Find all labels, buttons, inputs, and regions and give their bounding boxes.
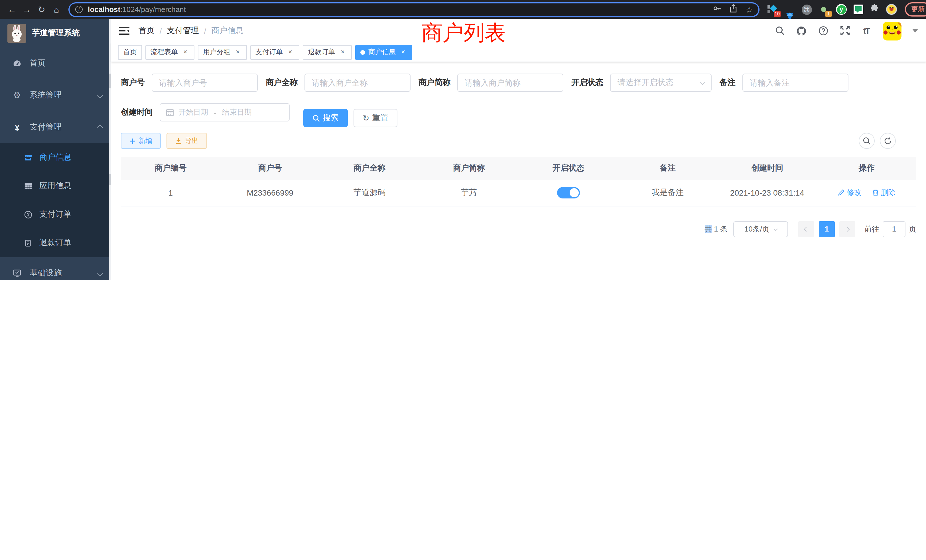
- sidebar-item-label: 基础设施: [30, 268, 62, 278]
- reset-button[interactable]: ↻重置: [354, 109, 397, 127]
- prev-page-button[interactable]: [798, 221, 814, 237]
- github-icon[interactable]: [796, 26, 807, 36]
- sidebar-item-pay[interactable]: ¥ 支付管理: [0, 111, 111, 143]
- sidebar-item-app-info[interactable]: 应用信息: [0, 172, 111, 200]
- sidebar-item-label: 支付管理: [30, 122, 62, 132]
- sidebar-item-system[interactable]: ⚙ 系统管理: [0, 79, 111, 111]
- filter-label-full-name: 商户全称: [266, 77, 298, 88]
- date-separator: -: [214, 108, 216, 117]
- page-size-select[interactable]: 10条/页: [733, 221, 788, 237]
- tab-pay-order[interactable]: 支付订单×: [250, 45, 300, 60]
- edit-link[interactable]: 修改: [838, 188, 862, 198]
- share-icon[interactable]: [729, 4, 738, 15]
- start-date-placeholder[interactable]: 开始日期: [179, 107, 208, 118]
- add-button[interactable]: 新增: [121, 133, 161, 149]
- close-icon[interactable]: ×: [286, 48, 294, 56]
- tab-merchant-info[interactable]: 商户信息×: [355, 45, 412, 60]
- delete-link[interactable]: 删除: [872, 188, 896, 198]
- col-status: 开启状态: [519, 157, 618, 180]
- sidebar-item-label: 支付订单: [39, 209, 71, 219]
- document-icon: [24, 239, 32, 247]
- browser-forward-icon[interactable]: →: [20, 5, 34, 14]
- search-button[interactable]: 搜索: [303, 109, 348, 127]
- avatar[interactable]: [883, 21, 902, 40]
- url-bar[interactable]: i localhost:1024/pay/merchant ☆: [68, 2, 760, 17]
- tab-home[interactable]: 首页: [118, 45, 142, 60]
- col-actions: 操作: [817, 157, 916, 180]
- sidebar-item-merchant-info[interactable]: 商户信息: [0, 143, 111, 172]
- sidebar-item-label: 系统管理: [30, 90, 62, 100]
- browser-update-button[interactable]: 更新: [905, 2, 926, 17]
- sidebar-item-refund-order[interactable]: 退款订单: [0, 229, 111, 257]
- tab-refund-order[interactable]: 退款订单×: [303, 45, 352, 60]
- help-icon[interactable]: [818, 26, 829, 36]
- mch-no-input[interactable]: [152, 74, 258, 92]
- sidebar-item-pay-order[interactable]: 支付订单: [0, 200, 111, 229]
- filter-label-short-name: 商户简称: [419, 77, 451, 88]
- sidebar-item-home[interactable]: 首页: [0, 47, 111, 79]
- page-1-button[interactable]: 1: [819, 221, 835, 237]
- ext-command-icon[interactable]: ⌘: [802, 4, 812, 15]
- ext-badge: 10: [774, 11, 781, 17]
- col-remark: 备注: [618, 157, 717, 180]
- main-panel: 商户列表 首页 / 支付管理 / 商户信息 tT: [111, 19, 926, 280]
- ext-kite-icon[interactable]: [785, 4, 795, 15]
- profile-emoji-icon[interactable]: [886, 4, 897, 15]
- browser-back-icon[interactable]: ←: [5, 5, 20, 14]
- bookmark-star-icon[interactable]: ☆: [746, 5, 753, 14]
- yen-icon: ¥: [12, 123, 22, 132]
- ext-diamond-icon[interactable]: 10: [767, 4, 778, 15]
- show-search-toggle-button[interactable]: [859, 133, 875, 149]
- fullscreen-icon[interactable]: [839, 26, 850, 36]
- breadcrumb-separator: /: [204, 26, 206, 35]
- end-date-placeholder[interactable]: 结束日期: [222, 107, 252, 118]
- close-icon[interactable]: ×: [399, 48, 407, 56]
- status-select[interactable]: 请选择开启状态: [610, 74, 712, 92]
- sidebar-scrollbar[interactable]: [109, 19, 111, 280]
- sidebar: 芋道管理系统 首页 ⚙ 系统管理 ¥ 支付管理 商户信息: [0, 19, 111, 280]
- full-name-input[interactable]: [304, 74, 410, 92]
- status-toggle[interactable]: [557, 187, 580, 198]
- remark-input[interactable]: [742, 74, 849, 92]
- cell-short-name: 芋艿: [419, 180, 519, 206]
- close-icon[interactable]: ×: [181, 48, 189, 56]
- filter-label-mch-no: 商户号: [121, 77, 145, 88]
- url-text: localhost:1024/pay/merchant: [88, 5, 186, 14]
- next-page-button[interactable]: [839, 221, 855, 237]
- sidebar-collapse-icon[interactable]: [119, 26, 129, 35]
- sidebar-item-infra[interactable]: 基础设施: [0, 257, 111, 280]
- chevron-down-icon: [97, 92, 103, 98]
- ext-recorder-icon[interactable]: 1: [819, 4, 829, 15]
- col-merchant-no: 商户号: [220, 157, 320, 180]
- goto-label: 前往: [864, 224, 879, 234]
- short-name-input[interactable]: [457, 74, 563, 92]
- breadcrumb-home[interactable]: 首页: [139, 26, 154, 36]
- refresh-table-button[interactable]: [880, 133, 896, 149]
- breadcrumb-pay[interactable]: 支付管理: [167, 26, 199, 36]
- sidebar-item-label: 退款订单: [39, 238, 71, 248]
- breadcrumb-separator: /: [160, 26, 162, 35]
- chevron-down-icon: [700, 80, 705, 85]
- browser-reload-icon[interactable]: ↻: [34, 4, 49, 15]
- font-size-icon[interactable]: tT: [861, 26, 872, 36]
- tab-process-form[interactable]: 流程表单×: [145, 45, 194, 60]
- ext-y-icon[interactable]: y: [836, 4, 847, 15]
- close-icon[interactable]: ×: [234, 48, 242, 56]
- ext-chat-icon[interactable]: [853, 5, 863, 14]
- export-button[interactable]: 导出: [166, 133, 207, 149]
- search-icon[interactable]: [774, 26, 785, 36]
- avatar-caret-icon[interactable]: [912, 29, 918, 32]
- close-icon[interactable]: ×: [339, 48, 346, 56]
- key-icon[interactable]: [713, 4, 722, 15]
- pay-submenu: 商户信息 应用信息 支付订单 退款订单: [0, 143, 111, 257]
- info-icon[interactable]: i: [75, 6, 83, 13]
- tab-user-group[interactable]: 用户分组×: [198, 45, 247, 60]
- cell-merchant-no: M233666999: [220, 180, 320, 206]
- active-dot: [360, 50, 365, 54]
- extensions-puzzle-icon[interactable]: [870, 4, 879, 15]
- create-time-range-input[interactable]: 开始日期 - 结束日期: [160, 103, 290, 121]
- goto-page-input[interactable]: [883, 221, 905, 237]
- browser-home-icon[interactable]: ⌂: [49, 5, 64, 14]
- yen-circle-icon: [24, 210, 32, 219]
- app-logo-row[interactable]: 芋道管理系统: [0, 19, 111, 47]
